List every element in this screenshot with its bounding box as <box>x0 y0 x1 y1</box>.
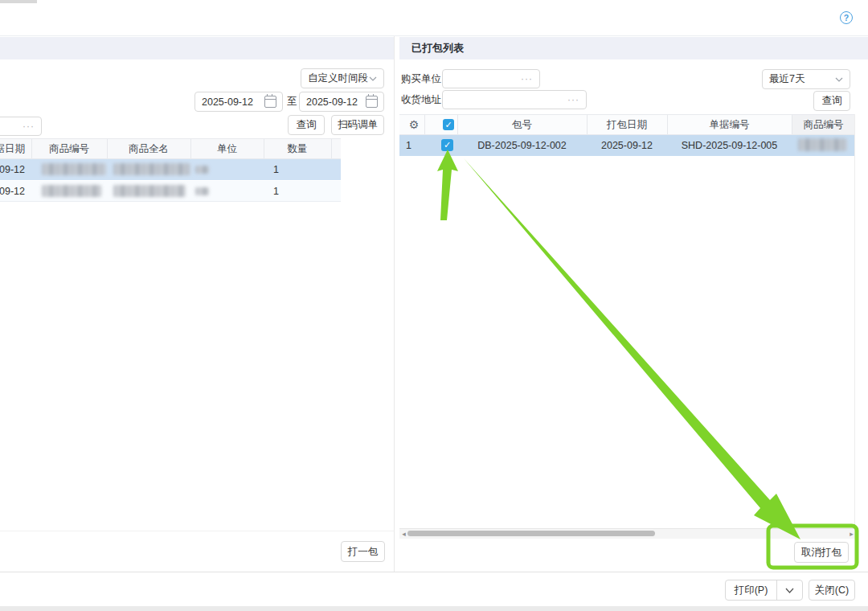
row-doc-date: 2025-09-12 <box>0 159 31 180</box>
column-separator <box>457 115 458 134</box>
print-split-button: 打印(P) <box>725 580 803 601</box>
right-table-right-border <box>854 114 855 529</box>
top-bar <box>0 0 868 36</box>
address-label: 收货地址 <box>401 90 441 109</box>
column-separator <box>31 139 32 158</box>
row-index: 1 <box>406 135 422 156</box>
footer-divider <box>0 572 868 572</box>
redacted-product-no <box>42 185 101 197</box>
redacted-product-name <box>113 163 190 175</box>
col-header-unit: 单位 <box>190 138 264 159</box>
period-select[interactable]: 自定义时间段 <box>301 68 384 88</box>
packing-window: ? ··· 自定义时间段 2025-09-12 至 2025-09-12 查询 … <box>0 0 868 611</box>
redacted-product-name <box>113 185 186 197</box>
print-button[interactable]: 打印(P) <box>726 580 777 600</box>
chevron-down-icon <box>369 76 377 81</box>
close-button[interactable]: 关闭(C) <box>809 580 855 601</box>
row-doc-no: SHD-2025-09-12-005 <box>667 135 792 156</box>
buyer-input[interactable]: ··· <box>442 69 540 88</box>
column-separator <box>331 139 332 158</box>
date-to-value: 2025-09-12 <box>306 96 358 108</box>
left-query-button[interactable]: 查询 <box>288 115 325 135</box>
row-doc-date: 2025-09-12 <box>0 181 31 202</box>
column-separator <box>667 115 668 134</box>
window-bottom-strip <box>0 606 868 611</box>
ref-doc-input[interactable]: ··· <box>0 117 42 136</box>
row-qty: 1 <box>273 159 289 180</box>
annotation-small-arrow <box>437 150 458 220</box>
col-header-package-no: 包号 <box>457 114 587 135</box>
col-header-pack-date: 打包日期 <box>587 114 667 135</box>
redacted-unit <box>195 166 209 174</box>
left-footer-divider <box>0 531 394 531</box>
select-all-checkbox[interactable]: ✓ <box>443 119 454 130</box>
scrollbar-left-arrow[interactable]: ◂ <box>400 528 407 539</box>
column-separator <box>264 139 264 158</box>
address-input[interactable]: ··· <box>442 90 587 109</box>
column-separator <box>424 115 425 134</box>
scrollbar-right-arrow[interactable]: ▸ <box>848 528 855 539</box>
col-header-qty: 数量 <box>264 138 331 159</box>
redacted-unit <box>195 187 209 195</box>
calendar-icon <box>366 96 378 108</box>
column-separator <box>107 139 108 158</box>
right-query-button[interactable]: 查询 <box>813 91 850 111</box>
scan-retrieve-button[interactable]: 扫码调单 <box>331 115 384 135</box>
right-panel-title: 已打包列表 <box>411 37 464 59</box>
col-header-doc-date: 单据日期 <box>0 138 31 159</box>
column-separator <box>792 115 792 134</box>
row-package-no: DB-2025-09-12-002 <box>457 135 587 156</box>
scrollbar-thumb[interactable] <box>407 531 655 536</box>
more-options-icon[interactable]: ··· <box>521 73 539 84</box>
range-select-value: 最近7天 <box>769 72 805 86</box>
row-checkbox[interactable]: ✓ <box>441 139 453 151</box>
help-icon[interactable]: ? <box>840 11 853 24</box>
panel-divider <box>394 36 395 572</box>
row-pack-date: 2025-09-12 <box>587 135 667 156</box>
chevron-down-icon <box>835 77 843 82</box>
more-options-icon[interactable]: ··· <box>23 121 41 132</box>
left-panel-header-bar <box>0 37 394 59</box>
window-edge-fragment <box>0 0 37 3</box>
more-options-icon[interactable]: ··· <box>567 94 586 105</box>
calendar-icon <box>264 96 276 108</box>
range-select[interactable]: 最近7天 <box>762 69 850 89</box>
period-select-value: 自定义时间段 <box>308 72 368 85</box>
chevron-down-icon <box>785 588 794 593</box>
date-to-input[interactable]: 2025-09-12 <box>299 92 384 112</box>
print-dropdown-toggle[interactable] <box>777 580 802 600</box>
pack-one-button[interactable]: 打一包 <box>341 541 385 562</box>
date-from-input[interactable]: 2025-09-12 <box>194 92 283 112</box>
column-separator <box>190 139 191 158</box>
buyer-label: 购买单位 <box>401 69 441 88</box>
col-header-product-no: 商品编号 <box>31 138 107 159</box>
cancel-pack-button[interactable]: 取消打包 <box>794 542 849 563</box>
col-header-doc-no: 单据编号 <box>667 114 792 135</box>
col-header-product-name: 商品全名 <box>107 138 190 159</box>
annotation-big-arrow <box>464 158 800 539</box>
gear-icon[interactable]: ⚙ <box>406 114 422 135</box>
date-range-separator: 至 <box>285 92 299 112</box>
date-from-value: 2025-09-12 <box>202 96 253 108</box>
col-header-product-no: 商品编号 <box>792 115 855 134</box>
row-qty: 1 <box>273 181 289 202</box>
redacted-product-no <box>798 138 847 151</box>
column-separator <box>587 115 588 134</box>
right-panel-header-bar <box>399 37 868 59</box>
redacted-product-no <box>42 163 106 175</box>
